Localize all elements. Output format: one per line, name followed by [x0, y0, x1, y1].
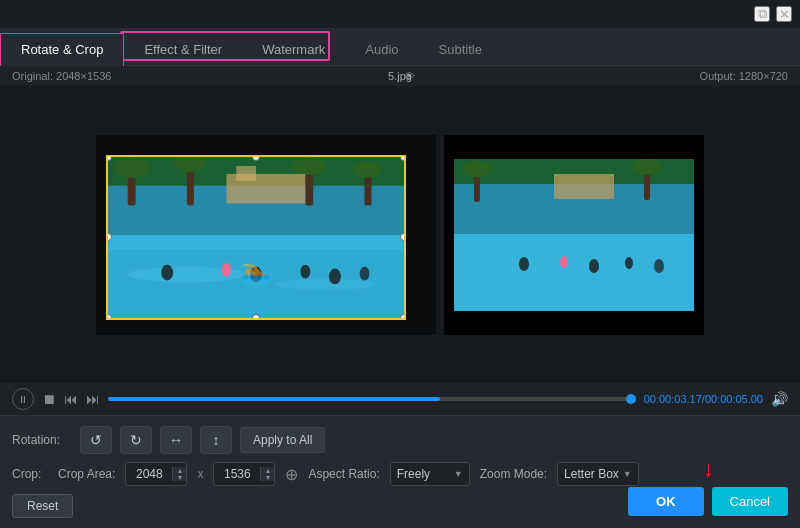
crop-area-label: Crop Area:	[58, 467, 115, 481]
svg-point-5	[114, 158, 150, 178]
zoom-dropdown-arrow: ▼	[623, 469, 632, 479]
svg-point-36	[654, 259, 664, 273]
editor-area: Original: 2048×1536 👁 5.jpg Output: 1280…	[0, 66, 800, 528]
center-icon[interactable]: ⊕	[285, 465, 298, 484]
svg-point-11	[353, 162, 383, 178]
volume-icon[interactable]: 🔊	[771, 391, 788, 407]
crop-height-input[interactable]: 1536 ▲ ▼	[213, 462, 275, 486]
timeline-progress	[108, 397, 440, 401]
prev-button[interactable]: ⏮	[64, 391, 78, 407]
rotate-left-button[interactable]: ↺	[80, 426, 112, 454]
zoom-label: Zoom Mode:	[480, 467, 547, 481]
filename-label: 5.jpg	[388, 70, 412, 82]
height-spin-up[interactable]: ▲	[261, 467, 274, 474]
zoom-mode-dropdown[interactable]: Letter Box ▼	[557, 462, 639, 486]
action-buttons: OK Cancel	[628, 487, 788, 516]
dropdown-arrow: ▼	[454, 469, 463, 479]
x-separator: x	[197, 467, 203, 481]
time-display: 00:00:03.17/00:00:05.00	[644, 393, 763, 405]
preview-right	[444, 135, 704, 335]
main-area: Original: 2048×1536 👁 5.jpg Output: 1280…	[0, 66, 800, 528]
tab-effect-filter[interactable]: Effect & Filter	[124, 34, 242, 65]
aspect-ratio-dropdown[interactable]: Freely ▼	[390, 462, 470, 486]
tab-audio[interactable]: Audio	[345, 34, 418, 65]
apply-all-button[interactable]: Apply to All	[240, 427, 325, 453]
flip-horizontal-button[interactable]: ↔	[160, 426, 192, 454]
svg-point-35	[625, 257, 633, 269]
reset-button[interactable]: Reset	[12, 494, 73, 518]
svg-point-23	[360, 266, 370, 280]
svg-rect-26	[554, 174, 614, 199]
original-resolution: Original: 2048×1536	[12, 70, 111, 82]
cancel-button[interactable]: Cancel	[712, 487, 788, 516]
crop-handle-br[interactable]	[400, 314, 406, 320]
svg-point-32	[519, 257, 529, 271]
ok-button[interactable]: OK	[628, 487, 704, 516]
svg-point-30	[633, 159, 661, 175]
svg-point-9	[293, 157, 327, 175]
tab-watermark[interactable]: Watermark	[242, 34, 345, 65]
preview-container	[0, 86, 800, 383]
tab-subtitle[interactable]: Subtitle	[419, 34, 502, 65]
stop-button[interactable]: ⏹	[42, 391, 56, 407]
crop-width-input[interactable]: 2048 ▲ ▼	[125, 462, 187, 486]
playback-bar: ⏸ ⏹ ⏮ ⏭ 00:00:03.17/00:00:05.00 🔊	[0, 383, 800, 415]
crop-row: Crop: Crop Area: 2048 ▲ ▼ x 1536 ▲ ▼	[12, 462, 788, 486]
play-button[interactable]: ⏸	[12, 388, 34, 410]
svg-point-20	[250, 266, 262, 282]
tab-bar: Rotate & Crop Effect & Filter Watermark …	[0, 28, 800, 66]
height-spin-down[interactable]: ▼	[261, 474, 274, 481]
width-spin-down[interactable]: ▼	[173, 474, 186, 481]
title-bar: ⧉ ✕	[0, 0, 800, 28]
crop-label: Crop:	[12, 467, 48, 481]
restore-button[interactable]: ⧉	[754, 6, 770, 22]
crop-handle-tr[interactable]	[400, 155, 406, 161]
output-resolution: Output: 1280×720	[700, 70, 788, 82]
preview-left	[96, 135, 436, 335]
timeline-thumb[interactable]	[626, 394, 636, 404]
width-spin-up[interactable]: ▲	[173, 467, 186, 474]
svg-point-22	[329, 268, 341, 284]
file-info-bar: Original: 2048×1536 👁 5.jpg Output: 1280…	[0, 66, 800, 86]
close-button[interactable]: ✕	[776, 6, 792, 22]
svg-rect-13	[236, 165, 256, 180]
rotation-row: Rotation: ↺ ↻ ↔ ↕ Apply to All	[12, 426, 788, 454]
svg-point-34	[589, 259, 599, 273]
svg-point-19	[221, 262, 231, 276]
rotate-right-button[interactable]: ↻	[120, 426, 152, 454]
svg-point-18	[161, 264, 173, 280]
crop-frame[interactable]	[106, 155, 406, 320]
rotation-label: Rotation:	[12, 433, 72, 447]
source-video-frame	[108, 157, 404, 318]
output-video-frame	[454, 159, 694, 311]
svg-point-28	[463, 161, 491, 177]
timeline-track[interactable]	[108, 397, 636, 401]
crop-handle-tm[interactable]	[252, 155, 260, 161]
crop-handle-bm[interactable]	[252, 314, 260, 320]
tab-rotate-crop[interactable]: Rotate & Crop	[0, 33, 124, 66]
flip-vertical-button[interactable]: ↕	[200, 426, 232, 454]
svg-point-17	[276, 278, 375, 290]
svg-point-33	[560, 256, 568, 268]
svg-point-21	[300, 264, 310, 278]
aspect-label: Aspect Ratio:	[308, 467, 379, 481]
next-button[interactable]: ⏭	[86, 391, 100, 407]
crop-handle-mr[interactable]	[400, 233, 406, 241]
